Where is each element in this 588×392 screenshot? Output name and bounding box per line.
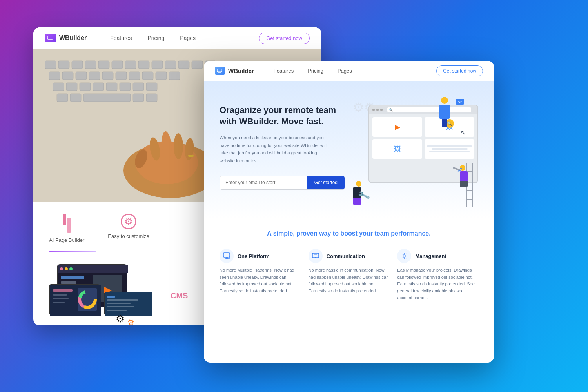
svg-rect-38 bbox=[146, 94, 157, 102]
browser-card-text bbox=[425, 139, 474, 159]
svg-rect-61 bbox=[53, 294, 67, 296]
features-grid: One Platform No more Mulitple Platforms.… bbox=[220, 249, 478, 301]
svg-rect-21 bbox=[116, 72, 127, 80]
ladder-rung-2 bbox=[467, 181, 472, 181]
svg-rect-23 bbox=[142, 72, 153, 80]
svg-rect-63 bbox=[53, 302, 65, 303]
svg-rect-28 bbox=[80, 83, 91, 91]
svg-rect-4 bbox=[58, 61, 69, 69]
feature-header-platform: One Platform bbox=[220, 249, 301, 263]
back-nav-pricing[interactable]: Pricing bbox=[147, 35, 164, 41]
back-logo[interactable]: WBuilder bbox=[45, 34, 87, 42]
cms-gear-icon-1: ⚙ bbox=[116, 313, 125, 325]
svg-rect-37 bbox=[133, 94, 144, 102]
front-hero-cta-button[interactable]: Get started bbox=[307, 176, 345, 189]
back-navbar: WBuilder Features Pricing Pages Get star… bbox=[33, 27, 321, 49]
svg-rect-9 bbox=[125, 61, 136, 69]
svg-rect-17 bbox=[62, 72, 73, 80]
email-input[interactable] bbox=[220, 176, 307, 189]
browser-dot-2 bbox=[376, 109, 379, 111]
browser-card-play: ▶ bbox=[372, 117, 422, 137]
svg-rect-5 bbox=[72, 61, 83, 69]
back-get-started-button[interactable]: Get started now bbox=[259, 33, 310, 44]
front-tagline: A simple, proven way to boost your team … bbox=[220, 230, 478, 237]
text-line-2 bbox=[432, 148, 468, 150]
person-top-body bbox=[439, 105, 450, 119]
svg-rect-0 bbox=[47, 36, 53, 39]
customize-feature-label: Easy to customize bbox=[108, 233, 149, 239]
person-bottom-container: 🔧 bbox=[353, 181, 361, 205]
front-nav-pricing[interactable]: Pricing bbox=[308, 68, 323, 74]
bar-icon-1 bbox=[63, 214, 66, 225]
svg-rect-32 bbox=[133, 83, 144, 91]
front-hero-left: Oraganize your remote team with WBuilder… bbox=[220, 97, 345, 190]
front-hero-description: When you need a kickstart in your busine… bbox=[220, 134, 329, 165]
platform-description: No more Mulitple Platforms. Now it had s… bbox=[220, 267, 301, 294]
front-nav-pages[interactable]: Pages bbox=[338, 68, 352, 74]
front-navbar: WBuilder Features Pricing Pages Get star… bbox=[204, 61, 494, 81]
svg-rect-27 bbox=[66, 83, 77, 91]
management-description: Easily manage your projects. Drawings ca… bbox=[397, 267, 478, 301]
front-logo-icon bbox=[215, 67, 225, 75]
svg-rect-16 bbox=[49, 72, 60, 80]
back-nav-links: Features Pricing Pages bbox=[110, 35, 259, 41]
svg-rect-7 bbox=[98, 61, 109, 69]
front-logo[interactable]: WBuilder bbox=[215, 67, 254, 75]
cms-label: CMS bbox=[171, 291, 188, 300]
back-nav-pages[interactable]: Pages bbox=[180, 35, 196, 41]
browser-bar: 🔍 bbox=[369, 105, 477, 114]
svg-rect-76 bbox=[223, 253, 230, 257]
svg-rect-35 bbox=[70, 94, 81, 102]
svg-rect-13 bbox=[178, 61, 189, 69]
ai-builder-icon bbox=[63, 214, 71, 233]
front-nav-features[interactable]: Features bbox=[274, 68, 294, 74]
management-title: Management bbox=[415, 253, 446, 259]
platform-icon bbox=[220, 249, 234, 263]
browser-dot-3 bbox=[380, 109, 383, 111]
front-hero-illustration: ⚙⚙ </> 🔍 ▶ bbox=[353, 97, 478, 207]
back-feature-ai: AI Page Builder bbox=[49, 214, 84, 243]
browser-search-bar: 🔍 bbox=[387, 107, 471, 112]
person-bottom-head bbox=[356, 181, 361, 187]
back-nav-features[interactable]: Features bbox=[110, 35, 132, 41]
front-get-started-button[interactable]: Get started now bbox=[436, 65, 483, 76]
svg-rect-12 bbox=[165, 61, 176, 69]
front-body: A simple, proven way to boost your team … bbox=[204, 218, 494, 313]
browser-content: ▶ 🖼 🖼 bbox=[369, 114, 477, 162]
communication-title: Communication bbox=[327, 253, 365, 259]
svg-rect-29 bbox=[93, 83, 104, 91]
svg-rect-19 bbox=[89, 72, 100, 80]
svg-rect-47 bbox=[58, 265, 128, 273]
svg-rect-25 bbox=[169, 72, 180, 80]
svg-point-50 bbox=[69, 267, 73, 270]
svg-rect-6 bbox=[85, 61, 96, 69]
feature-header-communication: Communication bbox=[309, 249, 390, 263]
feature-header-management: Management bbox=[397, 249, 478, 263]
platform-title: One Platform bbox=[238, 253, 270, 259]
svg-rect-18 bbox=[76, 72, 87, 80]
svg-rect-62 bbox=[53, 298, 69, 299]
cms-illustration: ⚙ ⚙ bbox=[49, 264, 159, 325]
cms-gear-icon-2: ⚙ bbox=[127, 318, 134, 325]
feature-card-management: Management Easily manage your projects. … bbox=[397, 249, 478, 301]
svg-point-85 bbox=[403, 255, 405, 257]
browser-search-icon: 🔍 bbox=[389, 108, 393, 112]
communication-icon bbox=[309, 249, 323, 263]
svg-rect-36 bbox=[83, 94, 131, 102]
person-top-legs bbox=[442, 119, 447, 127]
feature-card-platform: One Platform No more Mulitple Platforms.… bbox=[220, 249, 301, 301]
features-underline bbox=[49, 251, 96, 252]
person-top-container bbox=[439, 97, 450, 127]
svg-rect-70 bbox=[107, 299, 138, 301]
svg-rect-31 bbox=[120, 83, 131, 91]
svg-rect-30 bbox=[106, 83, 117, 91]
browser-card-img2: 🖼 bbox=[372, 139, 422, 159]
code-badge: </> bbox=[456, 99, 464, 105]
ladder-rung-3 bbox=[467, 190, 472, 191]
back-feature-customize: Easy to customize bbox=[108, 214, 149, 243]
paint-tool-icon: 🖊 bbox=[457, 167, 463, 173]
management-icon bbox=[397, 249, 411, 263]
cursor-icon: ↖ bbox=[461, 129, 466, 136]
ladder-rung-1 bbox=[467, 171, 472, 172]
svg-rect-22 bbox=[129, 72, 140, 80]
